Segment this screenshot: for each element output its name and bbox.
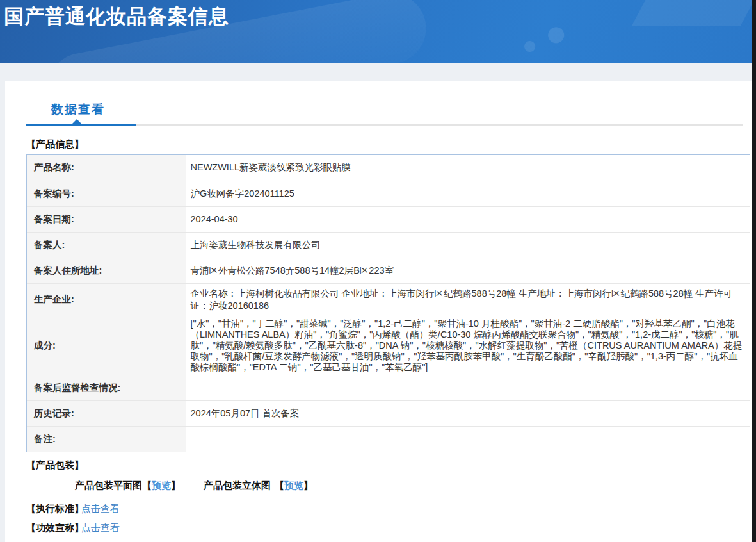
packaging-stereo-group: 产品包装立体图【预览】 [204, 480, 313, 492]
row-label: 备案后监督检查情况: [27, 375, 186, 400]
product-info-table-wrap: 产品名称: NEWZWILL新姿葳淡纹紧致光彩眼贴膜 备案编号: 沪G妆网备字2… [26, 154, 750, 452]
table-row: 备案编号: 沪G妆网备字2024011125 [27, 181, 750, 206]
table-row: 备案后监督检查情况: [27, 375, 750, 400]
section-heading-efficacy: 【功效宣称】 [26, 522, 84, 534]
table-row: 成分: ["水"，"甘油"，"丁二醇"，"甜菜碱"，"泛醇"，"1,2-己二醇"… [27, 316, 750, 375]
bracket-close: 】 [303, 480, 313, 491]
row-value: 沪G妆网备字2024011125 [186, 181, 750, 206]
row-value: 2024-04-30 [186, 206, 750, 232]
row-value: 青浦区外青松公路7548弄588号14幢2层B区223室 [186, 258, 750, 283]
scrollbar[interactable] [752, 0, 756, 542]
tab-divider [136, 124, 743, 126]
packaging-flat-label: 产品包装平面图 [75, 480, 142, 491]
content-card: 数据查看 【产品信息】 产品名称: NEWZWILL新姿葳淡纹紧致光彩眼贴膜 备… [5, 81, 752, 542]
row-value: 2024年05月07日 首次备案 [186, 400, 750, 426]
row-label: 生产企业: [27, 283, 186, 316]
product-info-table: 产品名称: NEWZWILL新姿葳淡纹紧致光彩眼贴膜 备案编号: 沪G妆网备字2… [27, 155, 750, 452]
table-row: 生产企业: 企业名称：上海柯树化妆品有限公司 企业地址：上海市闵行区纪鹤路588… [27, 283, 750, 316]
table-row: 备案人: 上海姿葳生物科技发展有限公司 [27, 232, 750, 258]
row-label: 产品名称: [27, 155, 186, 181]
row-value: ["水"，"甘油"，"丁二醇"，"甜菜碱"，"泛醇"，"1,2-己二醇"，"聚甘… [186, 316, 750, 375]
tab-data-view[interactable]: 数据查看 [51, 101, 105, 118]
preview-flat-link[interactable]: 预览 [152, 480, 171, 491]
bracket-close: 】 [171, 480, 181, 491]
packaging-stereo-label: 产品包装立体图 [204, 480, 271, 491]
row-value: 企业名称：上海柯树化妆品有限公司 企业地址：上海市闵行区纪鹤路588号28幢 生… [186, 283, 750, 316]
row-label: 成分: [27, 316, 186, 375]
row-label: 备案人住所地址: [27, 258, 186, 283]
packaging-flat-group: 产品包装平面图【预览】 [75, 480, 181, 492]
page-header: 国产普通化妆品备案信息 [0, 0, 752, 63]
bracket-open: 【 [275, 480, 284, 491]
row-value: 上海姿葳生物科技发展有限公司 [186, 232, 750, 258]
table-row: 备注: [27, 426, 750, 452]
row-value [186, 426, 750, 452]
row-label: 备案编号: [27, 181, 186, 206]
row-value: NEWZWILL新姿葳淡纹紧致光彩眼贴膜 [186, 155, 750, 181]
table-row: 备案日期: 2024-04-30 [27, 206, 750, 232]
section-heading-product-info: 【产品信息】 [26, 138, 84, 151]
page-title: 国产普通化妆品备案信息 [4, 3, 229, 30]
row-label: 备注: [27, 426, 186, 452]
row-label: 备案日期: [27, 206, 186, 232]
bracket-open: 【 [142, 480, 152, 491]
preview-stereo-link[interactable]: 预览 [284, 480, 303, 491]
section-heading-standard: 【执行标准】 [26, 503, 84, 515]
table-row: 历史记录: 2024年05月07日 首次备案 [27, 400, 750, 426]
table-row: 备案人住所地址: 青浦区外青松公路7548弄588号14幢2层B区223室 [27, 258, 750, 283]
tab-active-indicator [26, 124, 136, 126]
section-heading-packaging: 【产品包装】 [26, 459, 84, 472]
standard-view-link[interactable]: 点击查看 [81, 503, 120, 515]
row-value [186, 375, 750, 400]
row-label: 备案人: [27, 232, 186, 258]
efficacy-view-link[interactable]: 点击查看 [81, 522, 120, 534]
row-label: 历史记录: [27, 400, 186, 426]
table-row: 产品名称: NEWZWILL新姿葳淡纹紧致光彩眼贴膜 [27, 155, 750, 181]
